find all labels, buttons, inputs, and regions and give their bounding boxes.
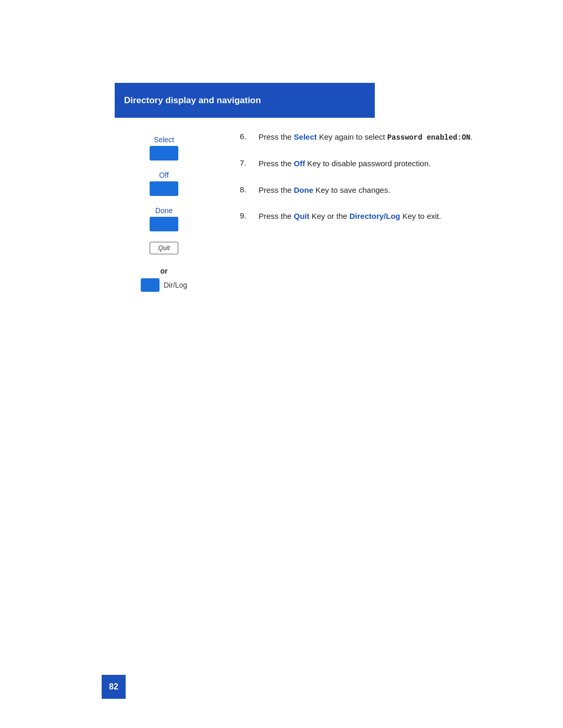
dirlog-key-label: Dir/Log — [164, 281, 187, 289]
key-group-select: Select — [150, 135, 178, 161]
off-key-ref: Off — [294, 159, 305, 168]
instruction-text-6: Press the Select Key again to select Pas… — [259, 131, 473, 143]
key-group-quit: Quit — [150, 242, 178, 254]
select-key-ref: Select — [294, 132, 317, 141]
page-container: Directory display and navigation Select … — [0, 0, 563, 728]
done-key-label: Done — [155, 206, 173, 215]
instruction-number-8: 8. — [240, 184, 255, 194]
section-header: Directory display and navigation — [115, 83, 375, 118]
instruction-text-8: Press the Done Key to save changes. — [259, 184, 390, 196]
quit-key-ref: Quit — [294, 212, 310, 220]
dirlog-row: Dir/Log — [141, 278, 187, 292]
instruction-item-8: 8. Press the Done Key to save changes. — [240, 184, 532, 196]
key-group-off: Off — [150, 171, 178, 196]
instruction-item-9: 9. Press the Quit Key or the Directory/L… — [240, 211, 532, 223]
password-enabled-code: Password enabled:ON — [387, 133, 471, 142]
instructions-column: 6. Press the Select Key again to select … — [240, 131, 532, 237]
instruction-number-9: 9. — [240, 211, 255, 220]
key-group-done: Done — [150, 206, 178, 231]
instruction-text-9: Press the Quit Key or the Directory/Log … — [259, 211, 441, 223]
or-dirlog-row: or Dir/Log — [141, 267, 187, 292]
instruction-item-6: 6. Press the Select Key again to select … — [240, 131, 532, 143]
or-text: or — [161, 267, 168, 275]
done-key-ref: Done — [294, 186, 314, 194]
page-number: 82 — [109, 682, 118, 692]
keys-column: Select Off Done Quit or Dir/Log — [141, 135, 187, 292]
off-key-rect — [150, 181, 178, 196]
select-key-label: Select — [154, 135, 174, 144]
instruction-item-7: 7. Press the Off Key to disable password… — [240, 158, 532, 170]
section-header-title: Directory display and navigation — [124, 95, 261, 106]
page-number-box: 82 — [102, 675, 126, 699]
dirlog-key-rect — [141, 278, 160, 292]
off-key-label: Off — [159, 171, 168, 179]
quit-key-label: Quit — [158, 244, 170, 252]
dirlog-key-ref: Directory/Log — [349, 212, 400, 220]
quit-key-rect: Quit — [150, 242, 178, 254]
instruction-number-6: 6. — [240, 131, 255, 141]
done-key-rect — [150, 217, 178, 231]
instruction-text-7: Press the Off Key to disable password pr… — [259, 158, 431, 170]
select-key-rect — [150, 146, 178, 161]
instruction-number-7: 7. — [240, 158, 255, 167]
